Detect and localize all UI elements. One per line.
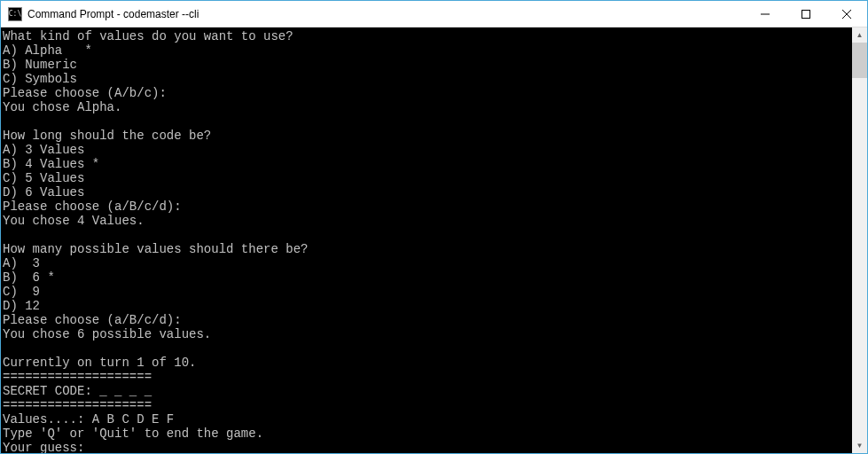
maximize-button[interactable] — [786, 1, 826, 27]
vertical-scrollbar[interactable]: ▲ ▼ — [852, 27, 867, 453]
window-title: Command Prompt - codemaster --cli — [27, 8, 745, 20]
window-controls — [745, 1, 867, 27]
terminal-output[interactable]: What kind of values do you want to use? … — [1, 27, 852, 453]
scroll-down-arrow[interactable]: ▼ — [852, 438, 867, 453]
scroll-up-arrow[interactable]: ▲ — [852, 27, 867, 43]
scroll-track[interactable] — [852, 43, 867, 438]
window-titlebar: C:\ Command Prompt - codemaster --cli — [1, 1, 867, 27]
minimize-button[interactable] — [745, 1, 786, 27]
scroll-thumb[interactable] — [852, 43, 867, 78]
svg-rect-1 — [802, 10, 810, 18]
app-icon: C:\ — [8, 7, 22, 21]
close-button[interactable] — [826, 1, 867, 27]
terminal-container: What kind of values do you want to use? … — [1, 27, 867, 453]
